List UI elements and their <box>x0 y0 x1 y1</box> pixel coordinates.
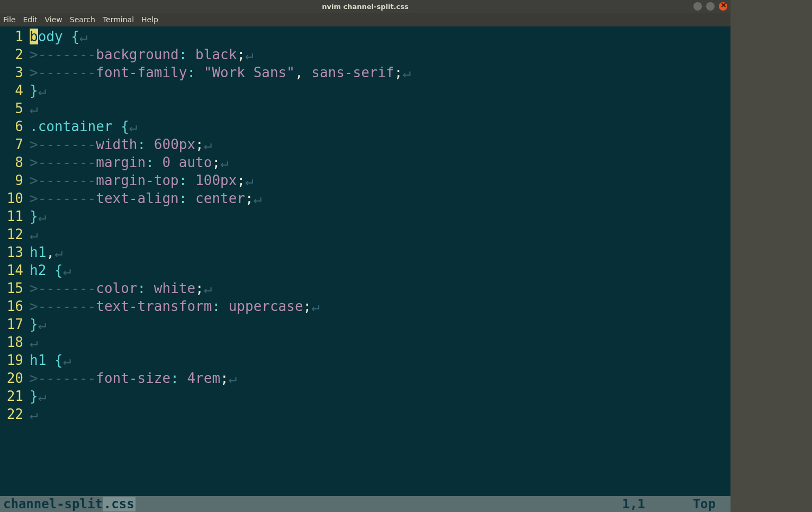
line-content[interactable]: >-------margin: 0 auto;↵ <box>30 153 229 171</box>
code-token: : <box>212 298 220 314</box>
line-content[interactable]: >-------font-family: "Work Sans", sans-s… <box>30 63 411 81</box>
line-content[interactable]: >-------font-size: 4rem;↵ <box>30 369 237 387</box>
menu-view[interactable]: View <box>45 15 62 24</box>
code-token: : <box>170 370 179 386</box>
line-number: 5 <box>0 99 30 117</box>
editor[interactable]: 1body {↵2>-------background: black;↵3>--… <box>0 26 730 512</box>
code-token <box>220 298 229 314</box>
code-token: font-size <box>96 370 170 386</box>
code-line[interactable]: 16>-------text-transform: uppercase;↵ <box>0 297 730 315</box>
code-token: ↵ <box>30 334 38 350</box>
line-content[interactable]: }↵ <box>30 315 46 333</box>
window-minimize-icon[interactable] <box>693 2 702 11</box>
code-token: white <box>154 280 195 296</box>
line-number: 9 <box>0 171 30 189</box>
code-token: margin <box>96 154 146 170</box>
code-line[interactable]: 5↵ <box>0 99 730 117</box>
code-line[interactable]: 18↵ <box>0 333 730 351</box>
menu-search[interactable]: Search <box>70 15 95 24</box>
line-number: 4 <box>0 81 30 99</box>
line-content[interactable]: h1,↵ <box>30 243 63 261</box>
code-line[interactable]: 22↵ <box>0 405 730 423</box>
statusline: channel-split.css 1,1Top <box>0 496 730 512</box>
code-line[interactable]: 6.container {↵ <box>0 117 730 135</box>
code-token: : <box>179 190 187 206</box>
line-content[interactable]: >-------color: white;↵ <box>30 279 212 297</box>
code-line[interactable]: 1body {↵ <box>0 28 730 45</box>
code-line[interactable]: 7>-------width: 600px;↵ <box>0 135 730 153</box>
code-token: h1 <box>30 244 46 260</box>
code-token <box>179 370 187 386</box>
code-line[interactable]: 15>-------color: white;↵ <box>0 279 730 297</box>
code-token: { <box>55 352 63 368</box>
line-content[interactable]: h2 {↵ <box>30 261 71 279</box>
code-token: ↵ <box>204 280 212 296</box>
menu-edit[interactable]: Edit <box>23 15 37 24</box>
menu-terminal[interactable]: Terminal <box>103 15 134 24</box>
window-close-icon[interactable] <box>719 2 727 11</box>
line-content[interactable]: >-------text-transform: uppercase;↵ <box>30 297 320 315</box>
code-line[interactable]: 2>-------background: black;↵ <box>0 45 730 63</box>
line-content[interactable]: >-------text-align: center;↵ <box>30 189 261 207</box>
line-content[interactable]: }↵ <box>30 207 46 225</box>
code-token: ↵ <box>402 65 411 80</box>
code-token: width <box>96 136 137 152</box>
window-maximize-icon[interactable] <box>706 2 715 11</box>
code-token: ; <box>195 136 204 152</box>
window-title: nvim channel-split.css <box>322 3 408 11</box>
code-line[interactable]: 3>-------font-family: "Work Sans", sans-… <box>0 63 730 81</box>
titlebar[interactable]: nvim channel-split.css <box>0 0 730 13</box>
code-token <box>170 154 179 170</box>
code-token: >------- <box>30 47 96 62</box>
line-content[interactable]: >-------width: 600px;↵ <box>30 135 212 153</box>
code-line[interactable]: 20>-------font-size: 4rem;↵ <box>0 369 730 387</box>
menu-help[interactable]: Help <box>141 15 158 24</box>
code-line[interactable]: 13h1,↵ <box>0 243 730 261</box>
line-content[interactable]: >-------background: black;↵ <box>30 45 254 63</box>
line-number: 11 <box>0 207 30 225</box>
code-token: } <box>30 388 38 404</box>
code-token: : <box>187 65 195 80</box>
code-line[interactable]: 14h2 {↵ <box>0 261 730 279</box>
code-line[interactable]: 11}↵ <box>0 207 730 225</box>
line-content[interactable]: }↵ <box>30 81 46 99</box>
code-token: ; <box>237 172 245 188</box>
line-content[interactable]: body {↵ <box>30 28 88 45</box>
code-token: ↵ <box>220 154 229 170</box>
line-content[interactable]: >-------margin-top: 100px;↵ <box>30 171 254 189</box>
line-content[interactable]: }↵ <box>30 387 46 405</box>
code-line[interactable]: 10>-------text-align: center;↵ <box>0 189 730 207</box>
code-line[interactable]: 9>-------margin-top: 100px;↵ <box>0 171 730 189</box>
code-token <box>46 262 55 278</box>
line-number: 7 <box>0 135 30 153</box>
line-content[interactable]: ↵ <box>30 99 38 117</box>
code-token: margin-top <box>96 172 179 188</box>
line-content[interactable]: ↵ <box>30 405 38 423</box>
menu-file[interactable]: File <box>3 15 15 24</box>
code-line[interactable]: 19h1 {↵ <box>0 351 730 369</box>
code-token: : <box>179 47 187 62</box>
code-line[interactable]: 4}↵ <box>0 81 730 99</box>
line-number: 6 <box>0 117 30 135</box>
code-buffer[interactable]: 1body {↵2>-------background: black;↵3>--… <box>0 26 730 496</box>
code-token: ↵ <box>129 118 138 134</box>
line-number: 16 <box>0 297 30 315</box>
code-token: ↵ <box>30 226 38 242</box>
code-token: center <box>195 190 245 206</box>
code-token: 600px <box>154 136 195 152</box>
line-content[interactable]: ↵ <box>30 225 38 243</box>
code-token: : <box>138 280 146 296</box>
line-content[interactable]: ↵ <box>30 333 38 351</box>
code-token: ody <box>38 29 63 44</box>
line-content[interactable]: h1 {↵ <box>30 351 71 369</box>
code-token: , <box>295 65 303 80</box>
code-token <box>187 47 195 62</box>
code-line[interactable]: 21}↵ <box>0 387 730 405</box>
line-number: 8 <box>0 153 30 171</box>
line-content[interactable]: .container {↵ <box>30 117 138 135</box>
code-line[interactable]: 12↵ <box>0 225 730 243</box>
code-line[interactable]: 17}↵ <box>0 315 730 333</box>
code-line[interactable]: 8>-------margin: 0 auto;↵ <box>0 153 730 171</box>
code-token: >------- <box>30 136 96 152</box>
code-token: >------- <box>30 172 96 188</box>
